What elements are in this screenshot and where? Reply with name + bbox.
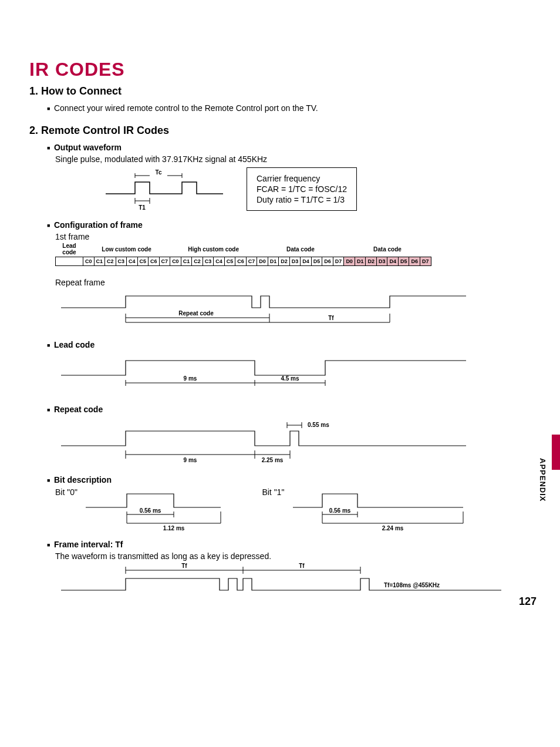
output-waveform-text: Single pulse, modulated with 37.917KHz s… <box>55 154 531 164</box>
section2-heading: 2. Remote Control IR Codes <box>29 124 531 137</box>
bit-cell: D7 <box>333 257 344 266</box>
bit-0-diagram: 0.56 ms 1.12 ms <box>80 487 244 534</box>
svg-text:4.5 ms: 4.5 ms <box>281 375 299 382</box>
svg-text:Tf: Tf <box>328 315 334 321</box>
frame-interval-diagram: Tf Tf Tf=108ms @455KHz <box>55 561 501 602</box>
repeat-frame-label: Repeat frame <box>55 278 531 287</box>
svg-text:9 ms: 9 ms <box>184 375 197 382</box>
bit-cell: C0 <box>83 257 95 266</box>
bit-cell: D0 <box>257 257 268 266</box>
bit-cell: D2 <box>366 257 377 266</box>
section1-heading: 1. How to Connect <box>29 85 531 97</box>
svg-text:T1: T1 <box>139 204 146 211</box>
lead-code-heading: Lead code <box>47 340 531 349</box>
bit-0-label: Bit "0" <box>55 487 77 497</box>
bit-description-heading: Bit description <box>47 475 531 484</box>
bit-cell: C1 <box>94 257 105 266</box>
bit-cell: D3 <box>289 257 301 266</box>
bit-1-label: Bit "1" <box>262 487 284 497</box>
bit-cell: C6 <box>149 257 160 266</box>
bit-cell: C1 <box>181 257 192 266</box>
svg-text:Tf=108ms @455KHz: Tf=108ms @455KHz <box>384 582 440 588</box>
bit-cell: D4 <box>301 257 312 266</box>
bit-cell: D3 <box>376 257 387 266</box>
bit-cell: D0 <box>344 257 355 266</box>
bit-cell: D1 <box>268 257 279 266</box>
bit-cell: C6 <box>235 257 247 266</box>
bit-cell: D5 <box>311 257 322 266</box>
svg-text:9 ms: 9 ms <box>184 457 197 463</box>
svg-text:Tf: Tf <box>181 563 187 569</box>
bit-cell: C4 <box>214 257 225 266</box>
bit-cell: D6 <box>409 257 420 266</box>
fcar-text: FCAR = 1/TC = fOSC/12 <box>257 184 347 194</box>
svg-text:2.24 ms: 2.24 ms <box>382 525 403 531</box>
repeat-code-diagram: 0.55 ms 9 ms 2.25 ms <box>55 416 466 469</box>
repeat-code-heading: Repeat code <box>47 405 531 414</box>
side-tab <box>552 435 560 470</box>
lead-code-diagram: 9 ms 4.5 ms <box>55 352 466 399</box>
bit-cell: C3 <box>116 257 127 266</box>
page-title: IR CODES <box>29 59 531 80</box>
bit-cell: C2 <box>192 257 203 266</box>
duty-text: Duty ratio = T1/TC = 1/3 <box>257 195 347 204</box>
bit-1-diagram: 0.56 ms 2.24 ms <box>287 487 475 534</box>
bit-cell: C7 <box>246 257 257 266</box>
frame-structure-table: Lead code Low custom code High custom co… <box>55 241 431 266</box>
svg-text:0.56 ms: 0.56 ms <box>329 507 350 514</box>
bit-cell: C5 <box>224 257 235 266</box>
bit-cell: D2 <box>279 257 290 266</box>
bit-cell: D7 <box>420 257 431 266</box>
config-frame-heading: Configuration of frame <box>47 220 531 230</box>
svg-text:0.56 ms: 0.56 ms <box>140 507 161 514</box>
first-frame-label: 1st frame <box>55 232 531 241</box>
bit-cell: D1 <box>355 257 366 266</box>
connect-text: Connect your wired remote control to the… <box>47 103 531 113</box>
side-label: APPENDIX <box>538 458 547 502</box>
bit-cell: D4 <box>387 257 399 266</box>
bit-cell: C7 <box>159 257 170 266</box>
bit-cell: C3 <box>203 257 214 266</box>
frame-interval-heading: Frame interval: Tf <box>47 540 531 549</box>
tc-waveform-diagram: Tc T1 <box>100 167 229 214</box>
svg-text:Repeat code: Repeat code <box>178 310 214 317</box>
svg-text:1.12 ms: 1.12 ms <box>163 525 185 531</box>
svg-text:0.55 ms: 0.55 ms <box>308 422 329 428</box>
svg-text:Tf: Tf <box>299 563 305 569</box>
bit-cell: D6 <box>322 257 333 266</box>
bit-cell: C0 <box>170 257 181 266</box>
output-waveform-heading: Output waveform <box>47 143 531 152</box>
frame-interval-text: The waveform is transmitted as long as a… <box>55 551 531 561</box>
carrier-frequency-box: Carrier frequency FCAR = 1/TC = fOSC/12 … <box>247 167 357 211</box>
page-number: 127 <box>519 595 537 608</box>
bit-cell: C5 <box>137 257 149 266</box>
bit-cell: C4 <box>127 257 138 266</box>
bit-cell: D5 <box>398 257 409 266</box>
carrier-title: Carrier frequency <box>257 174 347 183</box>
bit-cell: C2 <box>105 257 116 266</box>
svg-text:2.25 ms: 2.25 ms <box>262 457 284 463</box>
repeat-frame-diagram: Repeat code Tf <box>55 287 466 334</box>
svg-text:Tc: Tc <box>156 169 162 176</box>
